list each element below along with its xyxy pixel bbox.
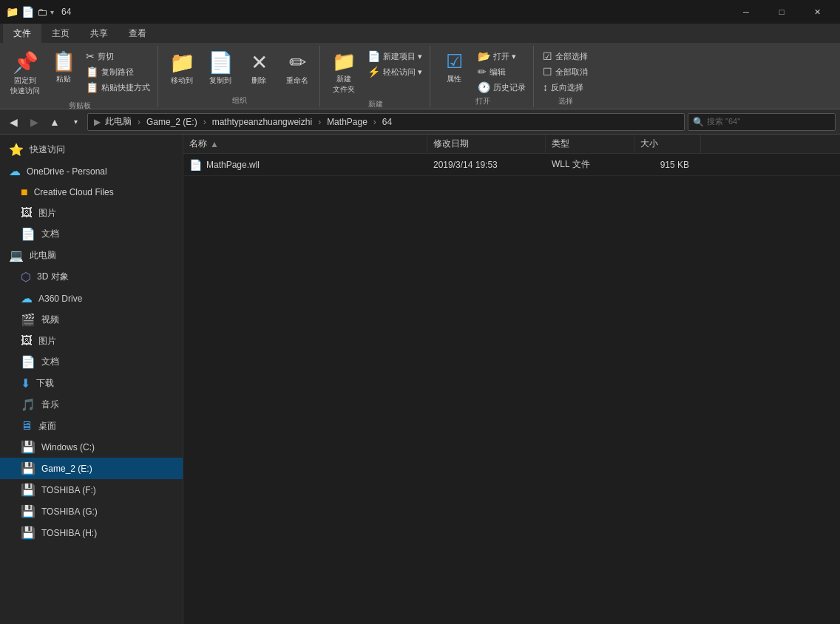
sort-arrow: ▲ xyxy=(210,139,219,149)
breadcrumb-mathtype[interactable]: mathtypeanzhuangweizhi xyxy=(212,117,312,127)
open-button[interactable]: 📂 打开 ▾ xyxy=(475,49,529,64)
move-to-icon: 📁 xyxy=(169,50,195,75)
quick-access-dropdown[interactable]: ▾ xyxy=(50,8,54,16)
sidebar-item-this-pc[interactable]: 💻 此电脑 xyxy=(0,245,183,266)
main-area: ⭐ 快速访问 ☁ OneDrive - Personal ■ Creative … xyxy=(0,135,840,624)
new-item-icon: 📄 xyxy=(368,50,380,62)
copy-to-button[interactable]: 📄 复制到 xyxy=(203,47,238,89)
rename-icon: ✏ xyxy=(289,50,306,75)
pin-quick-access-button[interactable]: 📌 固定到 快速访问 xyxy=(6,47,44,99)
sidebar-item-pictures[interactable]: 🖼 图片 xyxy=(0,330,183,351)
rename-button[interactable]: ✏ 重命名 xyxy=(280,47,315,89)
sidebar-item-documents-onedrive[interactable]: 📄 文档 xyxy=(0,223,183,245)
invert-select-icon: ↕ xyxy=(543,81,548,93)
sidebar-item-documents[interactable]: 📄 文档 xyxy=(0,351,183,373)
edit-icon: ✏ xyxy=(478,66,487,78)
deselect-all-button[interactable]: ☐ 全部取消 xyxy=(540,64,591,79)
sidebar-item-creative-cloud[interactable]: ■ Creative Cloud Files xyxy=(0,182,183,203)
quick-access-icon: ⭐ xyxy=(9,143,24,157)
this-pc-icon: 💻 xyxy=(9,248,24,262)
sidebar-item-a360-drive[interactable]: ☁ A360 Drive xyxy=(0,288,183,309)
breadcrumb-separator-0: ▶ xyxy=(94,117,101,127)
file-name-cell: 📄 MathPage.wll xyxy=(183,159,427,171)
table-row[interactable]: 📄 MathPage.wll 2019/3/14 19:53 WLL 文件 91… xyxy=(183,154,840,176)
close-button[interactable]: ✕ xyxy=(800,0,834,24)
col-header-size[interactable]: 大小 xyxy=(634,135,701,153)
clipboard-buttons: 📌 固定到 快速访问 📋 粘贴 ✂ 剪切 📋 复制路径 xyxy=(6,47,153,99)
breadcrumb-sep-2: › xyxy=(203,117,206,127)
tab-view[interactable]: 查看 xyxy=(118,24,157,43)
cut-icon: ✂ xyxy=(86,50,95,62)
sidebar-item-3d-objects[interactable]: ⬡ 3D 对象 xyxy=(0,266,183,288)
window-controls: ─ □ ✕ xyxy=(729,0,834,24)
sidebar-item-toshiba-g[interactable]: 💾 TOSHIBA (G:) xyxy=(0,501,183,522)
minimize-button[interactable]: ─ xyxy=(729,0,763,24)
delete-button[interactable]: ✕ 删除 xyxy=(241,47,277,89)
address-bar[interactable]: ▶ 此电脑 › Game_2 (E:) › mathtypeanzhuangwe… xyxy=(87,113,685,131)
move-to-button[interactable]: 📁 移动到 xyxy=(164,47,200,89)
nav-bar: ◀ ▶ ▲ ▾ ▶ 此电脑 › Game_2 (E:) › mathtypean… xyxy=(0,109,840,135)
search-bar[interactable]: 🔍 搜索 "64" xyxy=(688,113,836,131)
select-all-button[interactable]: ☑ 全部选择 xyxy=(540,49,591,64)
select-all-icon: ☑ xyxy=(543,50,552,62)
select-label: 选择 xyxy=(558,95,573,106)
new-buttons: 📁 新建 文件夹 📄 新建项目 ▾ ⚡ 轻松访问 ▾ xyxy=(326,47,425,98)
doc-icon: 📄 xyxy=(21,6,34,18)
sidebar-item-toshiba-h[interactable]: 💾 TOSHIBA (H:) xyxy=(0,522,183,543)
edit-button[interactable]: ✏ 编辑 xyxy=(475,64,529,79)
file-size-cell: 915 KB xyxy=(634,160,701,170)
easy-access-icon: ⚡ xyxy=(368,66,380,78)
new-label: 新建 xyxy=(368,98,383,109)
properties-icon: ☑ xyxy=(446,50,463,73)
file-list-header: 名称 ▲ 修改日期 类型 大小 xyxy=(183,135,840,154)
desktop-icon: 🖥 xyxy=(21,419,33,433)
tab-share[interactable]: 共享 xyxy=(80,24,118,43)
sidebar-item-downloads[interactable]: ⬇ 下载 xyxy=(0,373,183,394)
select-buttons: ☑ 全部选择 ☐ 全部取消 ↕ 反向选择 xyxy=(540,47,591,95)
new-folder-icon: 📁 xyxy=(332,50,356,73)
creative-cloud-icon: ■ xyxy=(21,186,28,199)
sidebar-item-toshiba-f[interactable]: 💾 TOSHIBA (F:) xyxy=(0,479,183,501)
file-icon: 📄 xyxy=(189,159,202,171)
sidebar-item-game2-e[interactable]: 💾 Game_2 (E:) xyxy=(0,458,183,479)
col-header-date[interactable]: 修改日期 xyxy=(427,135,546,153)
col-header-type[interactable]: 类型 xyxy=(546,135,634,153)
pin-icon: 📌 xyxy=(13,50,38,75)
sidebar-item-desktop[interactable]: 🖥 桌面 xyxy=(0,416,183,436)
sidebar-item-windows-c[interactable]: 💾 Windows (C:) xyxy=(0,436,183,458)
new-item-button[interactable]: 📄 新建项目 ▾ xyxy=(365,49,425,64)
forward-button[interactable]: ▶ xyxy=(25,113,43,131)
sidebar-item-pictures-onedrive[interactable]: 🖼 图片 xyxy=(0,203,183,223)
cut-button[interactable]: ✂ 剪切 xyxy=(83,49,153,64)
easy-access-button[interactable]: ⚡ 轻松访问 ▾ xyxy=(365,64,425,79)
new-folder-button[interactable]: 📁 新建 文件夹 xyxy=(326,47,362,98)
breadcrumb-game2[interactable]: Game_2 (E:) xyxy=(146,117,197,127)
copy-path-button[interactable]: 📋 复制路径 xyxy=(83,64,153,79)
windows-c-icon: 💾 xyxy=(21,440,35,454)
breadcrumb-64[interactable]: 64 xyxy=(382,117,392,127)
recent-locations-button[interactable]: ▾ xyxy=(67,113,84,131)
sidebar-item-quick-access[interactable]: ⭐ 快速访问 xyxy=(0,139,183,160)
search-placeholder: 搜索 "64" xyxy=(707,116,740,127)
sidebar-item-music[interactable]: 🎵 音乐 xyxy=(0,394,183,416)
tab-home[interactable]: 主页 xyxy=(41,24,80,43)
history-button[interactable]: 🕐 历史记录 xyxy=(475,80,529,95)
tab-file[interactable]: 文件 xyxy=(3,24,41,43)
sidebar-item-onedrive[interactable]: ☁ OneDrive - Personal xyxy=(0,160,183,182)
properties-button[interactable]: ☑ 属性 xyxy=(436,47,472,87)
up-button[interactable]: ▲ xyxy=(46,113,64,131)
breadcrumb-mathpage[interactable]: MathPage xyxy=(327,117,368,127)
search-icon: 🔍 xyxy=(693,117,704,127)
breadcrumb-this-pc[interactable]: 此电脑 xyxy=(105,115,132,128)
file-date-cell: 2019/3/14 19:53 xyxy=(427,160,546,170)
new-small-buttons: 📄 新建项目 ▾ ⚡ 轻松访问 ▾ xyxy=(365,47,425,79)
delete-icon: ✕ xyxy=(251,50,268,75)
invert-select-button[interactable]: ↕ 反向选择 xyxy=(540,80,591,95)
maximize-button[interactable]: □ xyxy=(765,0,799,24)
sidebar-item-videos[interactable]: 🎬 视频 xyxy=(0,309,183,330)
back-button[interactable]: ◀ xyxy=(4,113,22,131)
copy-shortcut-button[interactable]: 📋 粘贴快捷方式 xyxy=(83,80,153,95)
paste-button[interactable]: 📋 粘贴 xyxy=(47,47,80,87)
col-header-name[interactable]: 名称 ▲ xyxy=(183,135,427,153)
ribbon-group-open: ☑ 属性 📂 打开 ▾ ✏ 编辑 🕐 历史记录 打开 xyxy=(432,46,534,107)
